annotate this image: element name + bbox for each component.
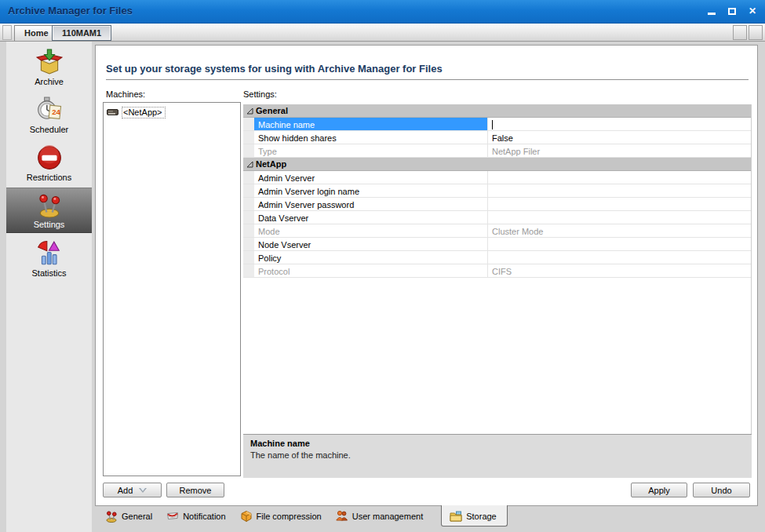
minimize-button[interactable] [705,5,718,17]
tab-label: Storage [466,512,497,521]
collapse-triangle-icon [243,158,256,170]
property-row-policy[interactable]: Policy [243,251,751,264]
property-row-admin-vserver-password[interactable]: Admin Vserver password [243,198,751,211]
property-value[interactable] [488,184,751,197]
property-row-protocol[interactable]: Protocol CIFS [243,264,751,278]
user-management-icon [336,510,348,523]
close-button[interactable]: ✕ [746,5,759,17]
property-row-node-vserver[interactable]: Node Vserver [243,238,751,251]
property-label: Admin Vserver [254,171,488,184]
collapse-triangle-icon [243,104,256,117]
tab-scroll-buttons [733,25,763,40]
tab-label: General [122,512,152,521]
property-label: Protocol [254,264,488,277]
property-row-type[interactable]: Type NetApp Filer [243,144,751,158]
undo-button[interactable]: Undo [693,483,750,497]
property-label: Admin Vserver password [254,198,488,210]
sidebar: Archive 24 Scheduler Restrictions [6,42,92,532]
close-icon: ✕ [749,6,756,16]
property-value[interactable] [488,198,751,210]
tab-scroll-right-button[interactable] [749,25,763,40]
sidebar-item-label: Restrictions [27,173,71,182]
window-controls: ✕ [705,5,759,17]
property-value[interactable] [488,171,751,184]
general-tab-icon [105,510,118,523]
sidebar-item-statistics[interactable]: Statistics [6,235,92,281]
property-row-data-vserver[interactable]: Data Vserver [243,211,751,224]
tab-label: User management [352,512,424,521]
statistics-icon [36,240,63,267]
property-value[interactable] [488,238,751,250]
property-row-mode[interactable]: Mode Cluster Mode [243,224,751,238]
add-button-label: Add [118,486,133,495]
settings-property-grid: General Machine name Show hidden shares … [243,104,752,434]
sidebar-item-label: Scheduler [30,125,69,134]
title-bar: Archive Manager for Files ✕ [0,0,765,24]
apply-button[interactable]: Apply [631,483,687,497]
property-value: CIFS [488,264,751,277]
remove-button-label: Remove [180,486,212,495]
svg-text:24: 24 [52,107,60,116]
machines-listbox[interactable]: <NetApp> [103,102,241,476]
tab-user-management[interactable]: User management [329,506,431,525]
property-value: Cluster Mode [488,224,751,237]
sidebar-item-label: Statistics [31,268,66,278]
property-label: Mode [254,224,488,237]
property-label: Type [254,144,488,157]
sidebar-item-label: Archive [35,77,64,86]
add-dropdown-arrow-icon [139,488,147,493]
tab-storage[interactable]: Storage [441,505,508,527]
tab-notification[interactable]: Notification [159,506,232,525]
category-label: NetApp [256,158,286,170]
sidebar-item-restrictions[interactable]: Restrictions [6,140,92,185]
category-row-netapp[interactable]: NetApp [243,158,751,171]
text-caret [492,120,493,129]
property-value[interactable] [488,251,751,264]
category-label: General [256,104,288,117]
property-row-show-hidden-shares[interactable]: Show hidden shares False [243,131,751,144]
property-label: Policy [254,251,488,264]
settings-icon [36,191,63,218]
tab-file-compression[interactable]: File compression [233,506,329,525]
property-label: Machine name [254,118,488,130]
minimize-icon [708,13,716,15]
storage-settings-panel: Set up your storage systems for using wi… [95,45,758,506]
add-button[interactable]: Add [103,483,162,497]
remove-button[interactable]: Remove [166,483,224,497]
heading-divider [106,79,749,80]
storage-tab-icon [450,510,462,523]
sidebar-item-scheduler[interactable]: 24 Scheduler [6,92,92,137]
page-title: Set up your storage systems for using wi… [106,63,443,75]
settings-label: Settings: [243,89,277,99]
tab-scroll-left-button[interactable] [733,25,747,40]
machine-list-item-netapp[interactable]: <NetApp> [104,105,240,119]
property-value: NetApp Filer [488,144,751,157]
sidebar-item-settings[interactable]: Settings [6,188,92,233]
tab-general[interactable]: General [98,506,159,525]
property-label: Admin Vserver login name [254,184,488,197]
property-value[interactable]: False [488,131,751,144]
machines-label: Machines: [106,89,145,99]
window-title: Archive Manager for Files [8,5,133,16]
file-compression-icon [240,510,253,523]
property-row-machine-name[interactable]: Machine name [243,118,751,131]
category-row-general[interactable]: General [243,104,751,118]
notification-icon [166,510,179,523]
description-title: Machine name [250,439,745,448]
property-row-admin-vserver[interactable]: Admin Vserver [243,171,751,184]
sidebar-item-archive[interactable]: Archive [6,44,92,89]
machine-icon [107,106,119,118]
property-label: Show hidden shares [254,131,488,144]
maximize-icon [728,8,736,15]
property-row-admin-vserver-login-name[interactable]: Admin Vserver login name [243,184,751,198]
property-value[interactable] [488,211,751,224]
property-label: Node Vserver [254,238,488,250]
apply-button-label: Apply [648,486,670,495]
description-text: The name of the machine. [250,450,745,460]
maximize-button[interactable] [726,5,738,17]
machine-name-value-editor[interactable] [488,118,751,130]
undo-button-label: Undo [711,486,731,495]
tab-110mam1[interactable]: 110MAM1 [52,25,111,41]
property-description-panel: Machine name The name of the machine. [243,434,752,478]
machine-item-label: <NetApp> [122,107,166,118]
